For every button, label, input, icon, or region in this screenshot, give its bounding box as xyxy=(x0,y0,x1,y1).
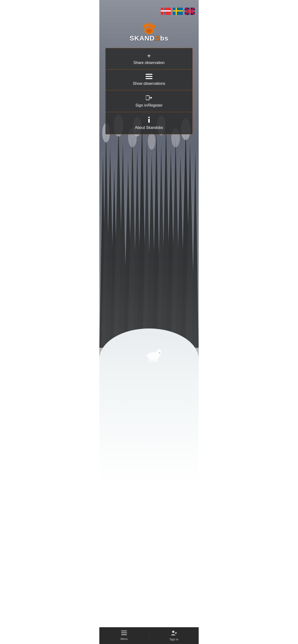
svg-point-58 xyxy=(172,630,175,633)
svg-point-38 xyxy=(146,355,150,357)
svg-point-53 xyxy=(148,117,150,118)
svg-rect-54 xyxy=(148,119,150,123)
logo-highlight: O xyxy=(155,34,160,42)
svg-point-42 xyxy=(143,25,146,29)
svg-rect-48 xyxy=(146,76,152,77)
language-english[interactable] xyxy=(185,8,195,15)
svg-point-40 xyxy=(161,353,162,354)
logo-area: SKANDObs xyxy=(129,20,169,42)
svg-marker-33 xyxy=(159,348,161,350)
list-icon xyxy=(146,74,152,80)
svg-marker-21 xyxy=(192,148,199,348)
svg-rect-50 xyxy=(146,96,149,100)
main-content: SKANDObs + Share observation Show observ xyxy=(99,0,199,154)
share-observation-button[interactable]: + Share observation xyxy=(105,48,193,69)
user-plus-icon xyxy=(171,630,177,637)
language-bar xyxy=(99,5,199,18)
language-swedish[interactable] xyxy=(173,8,183,15)
nav-menu-button[interactable]: Menu xyxy=(99,629,149,642)
svg-rect-34 xyxy=(149,359,150,362)
page-wrapper: SKANDObs + Share observation Show observ xyxy=(99,0,199,644)
plus-icon: + xyxy=(147,52,151,59)
nav-signin-label: Sign in xyxy=(169,638,178,641)
nav-menu-label: Menu xyxy=(120,637,128,641)
show-observations-button[interactable]: Show observations xyxy=(105,69,193,90)
svg-rect-55 xyxy=(121,630,127,631)
info-icon xyxy=(146,116,152,124)
svg-rect-49 xyxy=(146,78,152,79)
svg-point-46 xyxy=(146,29,152,33)
svg-rect-56 xyxy=(121,632,127,633)
show-observations-label: Show observations xyxy=(133,82,165,86)
svg-rect-57 xyxy=(121,634,127,635)
menu-icon xyxy=(121,630,127,636)
sign-in-register-button[interactable]: Sign in/Register xyxy=(105,90,193,112)
language-norwegian[interactable] xyxy=(161,8,171,15)
logo-text-suffix: bs xyxy=(160,34,169,42)
svg-point-31 xyxy=(156,350,162,356)
svg-rect-37 xyxy=(156,359,158,362)
menu-buttons: + Share observation Show observations xyxy=(105,48,193,134)
bottom-navigation: Menu Sign in xyxy=(99,627,199,644)
svg-marker-52 xyxy=(151,96,152,99)
about-button[interactable]: About Skandobs xyxy=(105,112,193,134)
svg-point-45 xyxy=(152,25,155,29)
share-observation-label: Share observation xyxy=(133,60,165,65)
svg-point-43 xyxy=(146,23,149,27)
nav-signin-button[interactable]: Sign in xyxy=(149,628,199,643)
svg-rect-35 xyxy=(151,359,153,362)
logo-paw-icon xyxy=(139,20,159,34)
signin-icon xyxy=(146,95,152,102)
svg-point-44 xyxy=(149,23,152,27)
svg-rect-47 xyxy=(146,74,152,75)
svg-point-39 xyxy=(159,352,160,354)
about-label: About Skandobs xyxy=(135,126,163,130)
sign-in-register-label: Sign in/Register xyxy=(135,103,163,108)
logo-text-prefix: SKAND xyxy=(129,34,155,42)
svg-rect-36 xyxy=(154,359,155,362)
logo-text: SKANDObs xyxy=(129,34,169,42)
lynx-silhouette xyxy=(142,346,164,362)
